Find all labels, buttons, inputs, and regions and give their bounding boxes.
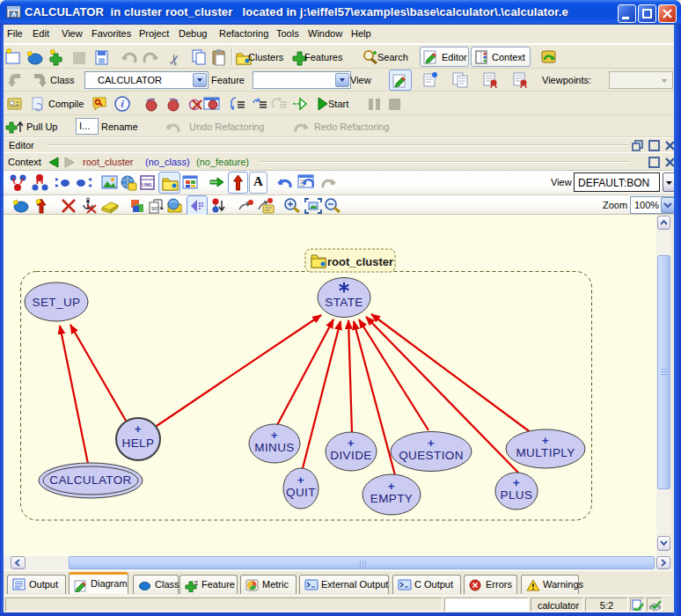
svg-text:90°: 90° [151,206,160,211]
svg-text:root_cluster: root_cluster [327,255,393,268]
svg-text:+: + [135,422,142,436]
svg-text:MINUS: MINUS [254,441,295,454]
svg-text:PLUS: PLUS [501,488,533,502]
svg-text:+: + [542,434,549,447]
svg-text:+: + [348,436,355,450]
svg-text:QUESTION: QUESTION [399,449,464,462]
svg-text:SET_UP: SET_UP [33,296,81,309]
svg-text:+: + [513,476,520,489]
svg-text:UML: UML [142,182,153,187]
svg-text:MULTIPLY: MULTIPLY [516,446,575,459]
svg-text:+: + [388,480,395,493]
svg-text:EMPTY: EMPTY [370,492,414,505]
svg-text:+: + [271,429,278,442]
svg-text:CALCULATOR: CALCULATOR [49,473,132,487]
svg-text:DIVIDE: DIVIDE [330,449,371,462]
svg-text:QUIT: QUIT [286,486,316,499]
svg-text:HELP: HELP [122,436,155,450]
svg-text:+: + [428,436,435,450]
svg-text:+: + [297,473,304,487]
svg-text:STATE: STATE [325,296,363,309]
